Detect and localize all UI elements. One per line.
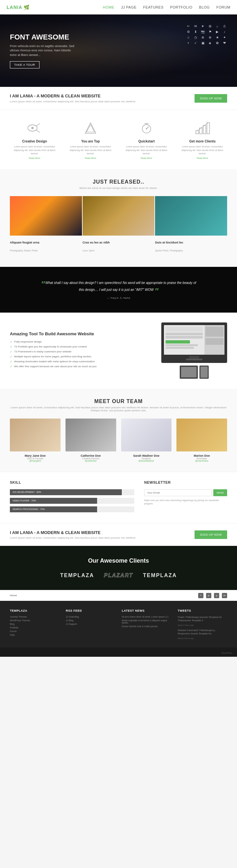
team-handle-3: @sarahwadner <box>121 460 172 462</box>
intro-subtitle: Lorem ipsum dolor sit amet, consectetur … <box>10 100 136 103</box>
feature-quickstart: Quickstart Lorem ipsum dolor sit amet, c… <box>122 120 171 159</box>
icon-search: ⌕ <box>215 24 220 28</box>
footer-link-portfolio[interactable]: Portfolio <box>10 626 59 629</box>
hero-tour-button[interactable]: TAKE A TOUR <box>10 61 39 68</box>
tool-features-list: Fully responsive design T2 Portfolio giv… <box>10 340 155 368</box>
tool-visual <box>161 322 227 379</box>
feature-you-are-top: You are Top Lorem ipsum dolor sit amet, … <box>66 120 115 159</box>
portfolio-title-2: Cras eu leo ac nibh <box>83 238 155 247</box>
feature-link-3[interactable]: Read More <box>122 157 171 159</box>
watermark-bar: ToomFox <box>0 648 237 657</box>
portfolio-meta-3: Sports Photo, Photography <box>155 247 227 254</box>
footer-tweet-2-text: Retweet #Joomla25: Pellentesque p... Res… <box>178 629 227 636</box>
footer-rss-3[interactable]: JJ Support <box>66 623 115 625</box>
nav-forum[interactable]: FORUM <box>216 5 230 9</box>
newsletter-form: SEND <box>144 489 227 496</box>
feature-link-2[interactable]: Read More <box>66 157 115 159</box>
footer-rss-2[interactable]: JJ Blog <box>66 619 115 622</box>
footer-news-2[interactable]: Morbi vulputate urna lectus a aliquam au… <box>122 619 171 624</box>
nav-jjpage[interactable]: JJ PAGE <box>121 5 137 9</box>
footer-news-1[interactable]: Nt arcu lorem dolor sit amet, Lorem ipsu… <box>122 616 171 618</box>
quote-content: " What shall I say about this design? I … <box>39 280 198 300</box>
social-youtube-icon[interactable]: y <box>214 593 219 598</box>
icon-camera: 📷 <box>200 30 205 34</box>
footer-link-joomla[interactable]: Joomla! Themes <box>10 616 59 618</box>
nav-features[interactable]: FEATURES <box>143 5 164 9</box>
team-name-4: Marion Doe <box>176 454 227 457</box>
feature-desc-1: Lorem ipsum dolor sit amet, consectetur … <box>10 145 59 156</box>
team-member-1: Mary Jane Doe CEO & Founder @maryjane <box>10 418 61 462</box>
portfolio-meta-1: Photography, Model, Photo <box>10 247 82 254</box>
footer-home-link[interactable]: Home <box>10 594 17 597</box>
portfolio-grid: Aliquam feugiat urna Photography, Model,… <box>10 196 227 257</box>
footer-link-forum[interactable]: Forum <box>10 630 59 632</box>
portfolio-item-2[interactable]: Cras eu leo ac nibh Love, Sport <box>83 196 155 257</box>
team-role-2: Creative Director <box>65 457 116 460</box>
quote-close-mark: " <box>155 286 158 297</box>
social-linkedin-icon[interactable]: in <box>222 593 227 598</box>
logo[interactable]: LANIA 🌿 <box>7 5 30 10</box>
tool-section: Amazing Tool To Build Awesome Website Fu… <box>0 313 237 389</box>
footer-link-blog[interactable]: Blog <box>10 623 59 625</box>
footer-tweet-1-link[interactable]: # <box>202 619 203 622</box>
footer-news-3[interactable]: Donec lobortis erat in mollis posuiti. <box>122 625 171 627</box>
portfolio-item-1[interactable]: Aliquam feugiat urna Photography, Model,… <box>10 196 82 257</box>
footer-social-links: f p y in <box>198 593 227 598</box>
tool-feature-4: Multiple layout options for home pages, … <box>10 355 155 358</box>
tool-title: Amazing Tool To Build Awesome Website <box>10 331 155 336</box>
tool-feature-5: Amazing shortcodes loaded with meta opti… <box>10 360 155 363</box>
svg-line-1 <box>36 123 40 126</box>
social-pinterest-icon[interactable]: p <box>206 593 211 598</box>
newsletter-send-button[interactable]: SEND <box>213 489 227 496</box>
footer: TEMPLAZA Joomla! Themes WordPress Themes… <box>0 601 237 648</box>
team-member-2: Catherine Doe Creative Director @cathedo… <box>65 418 116 462</box>
footer-tweet-1-text: Poster: Pellentesque posuere Templaza fo… <box>178 616 227 623</box>
tool-content: Amazing Tool To Build Awesome Website Fu… <box>10 331 155 370</box>
nav-home[interactable]: HOME <box>103 5 115 9</box>
newsletter-label: NEWSLETTER <box>144 480 227 484</box>
monitor-base <box>189 356 199 359</box>
feature-get-clients: Get more Clients Lorem ipsum dolor sit a… <box>178 120 227 159</box>
you-are-top-icon <box>81 120 100 136</box>
hero-section: FONT AWESOME Proin vehicula enim eu mi s… <box>0 14 237 87</box>
footer-col-title-4: TWEETS <box>178 609 227 612</box>
skill-label: SKILL <box>10 480 134 484</box>
team-member-3: Sarah Wadner Doe Designer @sarahwadner <box>121 418 172 462</box>
bottom-signup-button[interactable]: SIGN UP NOW <box>195 530 227 539</box>
clients-section: Our Awesome Clients TEMPLAZA PLAZART TEM… <box>0 546 237 590</box>
icon-tag: ◈ <box>207 41 213 45</box>
phone-mockup <box>200 366 209 379</box>
icon-check: ✓ <box>193 41 198 45</box>
nav-portfolio[interactable]: PORTFOLIO <box>170 5 192 9</box>
monitor-stand <box>186 359 202 360</box>
tool-feature-1: Fully responsive design <box>10 340 155 343</box>
icon-heart: ♥ <box>200 24 205 28</box>
social-facebook-icon[interactable]: f <box>198 593 203 598</box>
footer-link-wordpress[interactable]: WordPress Themes <box>10 619 59 622</box>
quickstart-icon <box>137 120 156 136</box>
footer-link-help[interactable]: Help <box>10 634 59 636</box>
portfolio-item-3[interactable]: Duis at tincidunt lec Sports Photo, Phot… <box>155 196 227 257</box>
intro-signup-button[interactable]: SIGN UP NOW <box>195 94 227 103</box>
team-handle-4: @mariondoe <box>176 460 227 462</box>
logo-text: LANIA <box>7 5 22 10</box>
skill-bar-search: SEARCH PROCESSING - 70% <box>10 506 134 512</box>
feature-link-1[interactable]: Read More <box>10 157 59 159</box>
monitor-screen-sidebar <box>204 325 225 355</box>
icon-gift: ✿ <box>215 41 220 45</box>
svg-rect-11 <box>207 123 210 134</box>
skill-inner-ios: IOS DEVELOPMENT - 90% <box>10 489 122 495</box>
icon-love: ❤ <box>222 41 227 45</box>
portfolio-caption-2: Cras eu leo ac nibh Love, Sport <box>83 236 155 257</box>
newsletter-email-input[interactable] <box>144 489 212 496</box>
nav-blog[interactable]: BLOG <box>199 5 210 9</box>
icon-star: ★ <box>215 35 220 39</box>
clients-logos: TEMPLAZA PLAZART TEMPLAZA <box>10 572 227 579</box>
footer-rss-1[interactable]: JJ Chat Blog <box>66 616 115 618</box>
footer-tweet-1-time: about 2 hours ago <box>178 624 227 626</box>
team-photo-3 <box>121 418 172 452</box>
svg-rect-10 <box>203 125 206 134</box>
feature-link-4[interactable]: Read More <box>178 157 227 159</box>
client-logo-1: TEMPLAZA <box>60 572 94 579</box>
client-logo-2: PLAZART <box>104 572 133 579</box>
